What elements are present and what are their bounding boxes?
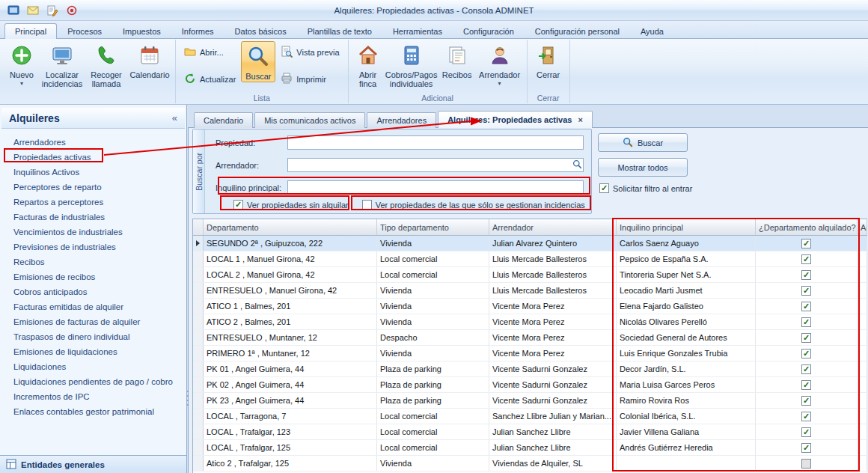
sidebar-item-traspasos-de-dinero-individual[interactable]: Traspasos de dinero individual [0,329,186,344]
ribbon-tab-impuestos[interactable]: Impuestos [112,23,171,39]
column-header-tipo-departamento[interactable]: Tipo departamento [377,219,489,235]
checkbox-unchecked-icon[interactable]: ✓ [801,459,811,469]
sidebar-item-propiedades-activas[interactable]: Propiedades activas [0,150,186,165]
table-row[interactable]: ATICO 2 , Balmes, 201ViviendaVicente Mor… [193,314,867,330]
column-header-inquilino-principal[interactable]: Inquilino principal [617,219,756,235]
sidebar-item-liquidaciones[interactable]: Liquidaciones [0,359,186,374]
checkbox-checked-icon[interactable]: ✓ [801,239,811,248]
ribbon-tab-datos-basicos[interactable]: Datos básicos [224,23,297,39]
sidebar-item-incrementos-de-ipc[interactable]: Incrementos de IPC [0,389,186,404]
checkbox-checked-icon[interactable]: ✓ [801,302,811,311]
sidebar-footer-entidades[interactable]: Entidades generales [0,455,186,473]
sidebar-item-cobros-anticipados[interactable]: Cobros anticipados [0,284,186,299]
document-tab-arrendadores[interactable]: Arrendadores [367,112,436,128]
ribbon-tab-informes[interactable]: Informes [171,23,224,39]
sidebar-item-emisiones-de-facturas-de-alquiler[interactable]: Emisiones de facturas de alquiler [0,314,186,329]
recoger-llamada-button[interactable]: Recoger llamada [85,41,127,91]
sidebar-item-emisiones-de-recibos[interactable]: Emisiones de recibos [0,269,186,284]
checkbox-checked-icon[interactable]: ✓ [801,380,811,390]
column-header-departamento-alquilado[interactable]: ¿Departamento alquilado? [756,219,858,235]
close-icon[interactable]: × [578,115,582,124]
table-row[interactable]: PK 23 , Angel Guimera, 44Plaza de parkin… [193,393,867,409]
actualizar-button[interactable]: Actualizar [180,71,239,88]
checkbox-checked-icon[interactable]: ✓ [801,427,811,437]
sidebar-item-liquidaciones-pendientes-de-pago-cobro[interactable]: Liquidaciones pendientes de pago / cobro [0,374,186,389]
checkbox-checked-icon[interactable]: ✓ [801,333,811,343]
sidebar-item-repartos-a-perceptores[interactable]: Repartos a perceptores [0,195,186,210]
checkbox-checked-icon[interactable]: ✓ [801,396,811,406]
ribbon-tab-procesos[interactable]: Procesos [57,23,112,39]
document-tab-mis-comunicados-activos[interactable]: Mis comunicados activos [254,112,365,128]
localizar-incidencias-button[interactable]: Localizar incidencias [39,41,85,91]
table-row[interactable]: LOCAL , Trafalgar, 125Local comercialJul… [193,440,867,456]
table-row[interactable]: PRIMERO 1ª , Muntaner, 12ViviendaVicente… [193,346,867,361]
checkbox-checked-icon[interactable]: ✓ [801,317,811,327]
ribbon-tab-principal[interactable]: Principal [4,23,57,39]
recibos-button[interactable]: Recibos [438,41,476,81]
column-header-arr[interactable]: Arr [858,219,867,235]
sidebar-item-perceptores-de-reparto[interactable]: Perceptores de reparto [0,180,186,195]
sidebar-item-enlaces-contables-gestor-patrimonial[interactable]: Enlaces contables gestor patrimonial [0,404,186,419]
table-row[interactable]: ATICO 1 , Balmes, 201ViviendaVicente Mor… [193,299,867,314]
mail-icon[interactable] [25,3,40,18]
vista-previa-button[interactable]: Vista previa [277,44,343,61]
table-row[interactable]: Atico 2 , Trafalgar, 125ViviendaVivienda… [193,456,867,472]
arrendador-input[interactable] [287,158,584,172]
table-row[interactable]: LOCAL , Trafalgar, 123Local comercialJul… [193,424,867,440]
imprimir-button[interactable]: Imprimir [277,71,343,88]
sidebar-item-facturas-emitidas-de-alquiler[interactable]: Facturas emitidas de alquiler [0,299,186,314]
record-icon[interactable] [64,3,79,18]
app-logo-icon[interactable] [6,3,21,18]
ver-sin-alquilar-checkbox[interactable]: ✓ Ver propiedades sin alquilar [233,200,349,210]
abrir-button[interactable]: Abrir... [180,44,239,61]
table-row[interactable]: SEGUNDO 2ª , Guipuzcoa, 222ViviendaJulia… [193,236,867,251]
ribbon-tab-configuracion[interactable]: Configuración [453,23,525,39]
sidebar-item-vencimientos-de-industriales[interactable]: Vencimientos de industriales [0,225,186,239]
solicitar-filtro-checkbox[interactable]: ✓ Solicitar filtro al entrar [599,183,692,193]
checkbox-checked-icon[interactable]: ✓ [801,270,811,280]
sidebar-item-facturas-de-industriales[interactable]: Facturas de industriales [0,210,186,225]
buscar-button[interactable]: Buscar [598,133,688,152]
checkbox-checked-icon[interactable]: ✓ [801,364,811,374]
ribbon-tab-plantillas-de-texto[interactable]: Plantillas de texto [297,23,382,39]
column-header-departamento[interactable]: Departamento [204,219,377,235]
ribbon-tab-ayuda[interactable]: Ayuda [630,23,674,39]
table-row[interactable]: ENTRESUELO , Muntaner, 12DespachoVicente… [193,330,867,346]
lookup-search-icon[interactable] [572,159,582,171]
inquilino-principal-input[interactable] [287,180,584,195]
document-tab-alquileres-propiedades-activas[interactable]: Alquileres: Propiedades activas× [438,111,593,128]
table-row[interactable]: LOCAL , Tarragona, 7Local comercialSanch… [193,409,867,424]
checkbox-checked-icon[interactable]: ✓ [801,254,811,264]
table-row[interactable]: LOCAL 2 , Manuel Girona, 42Local comerci… [193,267,867,283]
cerrar-button[interactable]: Cerrar [531,41,566,81]
abrir-finca-button[interactable]: Abrir finca [352,41,385,91]
sidebar-item-previsiones-de-industriales[interactable]: Previsiones de industriales [0,239,186,254]
calendario-button[interactable]: Calendario [127,41,172,81]
sidebar-item-arrendadores[interactable]: Arrendadores [0,135,186,150]
sidebar-item-recibos[interactable]: Recibos [0,254,186,269]
document-tab-calendario[interactable]: Calendario [194,112,253,128]
checkbox-checked-icon[interactable]: ✓ [801,443,811,453]
collapse-chevron-icon[interactable]: « [172,112,177,123]
table-row[interactable]: PK 02 , Angel Guimera, 44Plaza de parkin… [193,377,867,393]
checkbox-checked-icon[interactable]: ✓ [801,412,811,421]
arrendador-button[interactable]: Arrendador ▾ [476,41,524,88]
mostrar-todos-button[interactable]: Mostrar todos [598,158,688,177]
buscar-ribbon-button[interactable]: Buscar [241,41,275,82]
propiedad-input[interactable] [287,135,584,150]
ribbon-tab-herramientas[interactable]: Herramientas [382,23,453,39]
checkbox-checked-icon[interactable]: ✓ [801,349,811,358]
notes-edit-icon[interactable] [45,3,60,18]
column-header-arrendador[interactable]: Arrendador [489,219,617,235]
table-row[interactable]: LOCAL 1 , Manuel Girona, 42Local comerci… [193,251,867,267]
table-row[interactable]: ENTRESUELO , Manuel Girona, 42ViviendaLl… [193,283,867,299]
cobros-pagos-button[interactable]: Cobros/Pagos individuales [385,41,438,91]
sidebar-item-inquilinos-activos[interactable]: Inquilinos Activos [0,165,186,180]
table-row[interactable]: PK 01 , Angel Guimera, 44Plaza de parkin… [193,361,867,377]
nuevo-button[interactable]: Nuevo ▾ [4,41,39,88]
sidebar-item-emisiones-de-liquidaciones[interactable]: Emisiones de liquidaciones [0,344,186,359]
checkbox-checked-icon[interactable]: ✓ [801,286,811,296]
splitter-handle[interactable] [185,391,191,406]
solo-incidencias-checkbox[interactable]: ✓ Ver propiedades de las que sólo se ges… [362,200,585,210]
ribbon-tab-configuracion-personal[interactable]: Configuración personal [525,23,630,39]
